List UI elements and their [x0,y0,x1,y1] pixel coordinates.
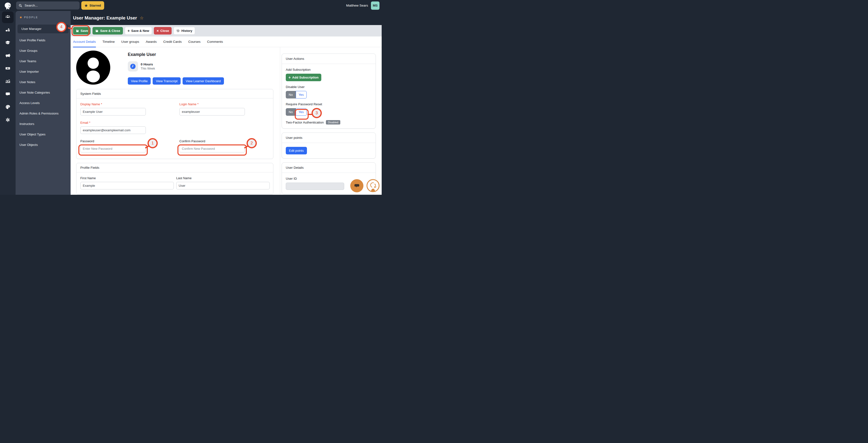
sidebar-item-user-profile-fields[interactable]: User Profile Fields [16,35,70,45]
chart-icon [5,78,10,85]
login-name-field[interactable] [179,108,245,115]
starred-button[interactable]: ★ Starred [81,1,104,10]
view-learner-dashboard-button[interactable]: View Learner Dashboard [183,77,224,84]
chat-launcher-button[interactable] [350,179,364,192]
password-label: Password [80,139,146,143]
user-id-field [286,182,344,190]
two-factor-status-badge: Disabled [326,120,340,125]
sidebar-item-user-objects[interactable]: User Objects [16,140,70,150]
search-box[interactable] [16,1,80,9]
tab-comments[interactable]: Comments [207,36,223,47]
sidebar-item-access-levels[interactable]: Access Levels [16,98,70,108]
hours-widget: 0 Hours This Week [128,61,224,71]
close-x-icon: ✕ [156,29,159,32]
sidebar-item-user-importer[interactable]: User Importer [16,66,70,77]
close-button[interactable]: ✕ Close [154,27,172,35]
rail-item-reports[interactable] [2,76,13,88]
two-factor-row: Two-Factor Authentication Disabled [286,120,372,125]
tab-bar: Account Details Timeline User groups Awa… [70,36,382,47]
save-new-button[interactable]: + Save & New [125,27,152,35]
sidebar-item-user-notes[interactable]: User Notes [16,77,70,87]
save-label: Save [81,29,88,33]
sidebar-item-user-manager[interactable]: User Manager [18,25,69,33]
two-factor-label: Two-Factor Authentication [286,121,324,124]
chat-bubble-icon [353,182,361,190]
require-password-reset-label: Require Password Reset [286,102,372,106]
add-subscription-button[interactable]: + Add Subscription [286,74,321,81]
search-input[interactable] [24,3,77,7]
tab-user-groups[interactable]: User groups [121,36,139,47]
password-field[interactable] [80,145,146,152]
person-avatar-icon [76,50,110,84]
graduation-cap-icon [5,40,10,46]
elephant-help-icon [367,179,379,192]
disable-user-label: Disable User [286,85,372,89]
avatar[interactable]: MS [371,1,379,10]
profile-fields-card: Profile Fields First Name Last Name [76,163,273,195]
save-new-label: Save & New [131,29,149,33]
history-button[interactable]: History [174,27,195,35]
action-toolbar: Save Save & Close + Save & New ✕ Close H… [70,25,382,36]
save-button[interactable]: Save [73,27,91,35]
plus-icon: + [288,76,291,79]
disable-user-toggle: No Yes [286,91,307,99]
rail-item-settings[interactable] [2,114,13,126]
main-panel: Example User 0 Hours This Week View Prof… [70,47,279,195]
disable-user-yes[interactable]: Yes [296,91,307,99]
save-floppy-icon [95,29,99,33]
search-icon [19,4,22,7]
tab-timeline[interactable]: Timeline [102,36,115,47]
tab-awards[interactable]: Awards [146,36,157,47]
email-label: Email * [80,121,146,125]
view-profile-button[interactable]: View Profile [128,77,151,84]
display-name-field[interactable] [80,108,146,115]
chat-icon [5,92,10,98]
require-password-reset-no[interactable]: No [286,108,296,116]
right-sidebar: User Actions Add Subscription + Add Subs… [282,47,379,195]
star-filled-icon: ★ [85,4,88,7]
rail-item-objects[interactable] [2,24,13,36]
save-close-button[interactable]: Save & Close [93,27,123,35]
add-subscription-label: Add Subscription [286,68,372,71]
edit-points-button[interactable]: Edit points [286,147,307,155]
tab-courses[interactable]: Courses [188,36,200,47]
sidebar-item-user-note-categories[interactable]: User Note Categories [16,87,70,98]
sidebar-item-admin-roles[interactable]: Admin Roles & Permissions [16,108,70,118]
money-icon [5,66,10,72]
elephant-logo-icon [4,2,12,9]
rail-item-messages[interactable] [2,89,13,100]
star-outline-icon[interactable]: ☆ [140,15,144,21]
view-transcript-button[interactable]: View Transcript [153,77,181,84]
email-field[interactable] [80,127,146,134]
rail-item-announcements[interactable] [2,50,13,62]
system-fields-title: System Fields [76,89,273,99]
disable-user-no[interactable]: No [286,91,296,99]
hours-value: 0 Hours [141,63,155,66]
rail-item-commerce[interactable] [2,63,13,75]
tab-credit-cards[interactable]: Credit Cards [163,36,182,47]
sidebar-item-user-teams[interactable]: User Teams [16,56,70,66]
rail-item-people[interactable] [2,11,13,23]
section-dot-icon [20,16,22,18]
sidebar-item-user-object-types[interactable]: User Object Types [16,129,70,140]
help-launcher-button[interactable] [366,178,380,193]
profile-info: Example User 0 Hours This Week View Prof… [128,50,224,84]
megaphone-icon [5,53,10,59]
first-name-label: First Name [80,176,174,180]
sidebar-item-user-groups[interactable]: User Groups [16,45,70,56]
rail-item-appearance[interactable] [2,102,13,113]
page-header: User Manager: Example User ☆ [70,11,382,25]
confirm-password-field[interactable] [179,145,245,152]
require-password-reset-toggle: No Yes [286,108,307,116]
tab-account-details[interactable]: Account Details [73,36,96,47]
profile-actions: View Profile View Transcript View Learne… [128,77,224,84]
login-name-label: Login Name * [179,102,245,106]
last-name-field[interactable] [176,182,270,190]
require-password-reset-yes[interactable]: Yes [296,108,307,116]
user-details-title: User Details [282,163,376,173]
sidebar-item-instructors[interactable]: Instructors [16,118,70,129]
rail-item-education[interactable] [2,37,13,49]
last-name-label: Last Name [176,176,270,180]
gear-icon [5,117,10,124]
first-name-field[interactable] [80,182,174,190]
